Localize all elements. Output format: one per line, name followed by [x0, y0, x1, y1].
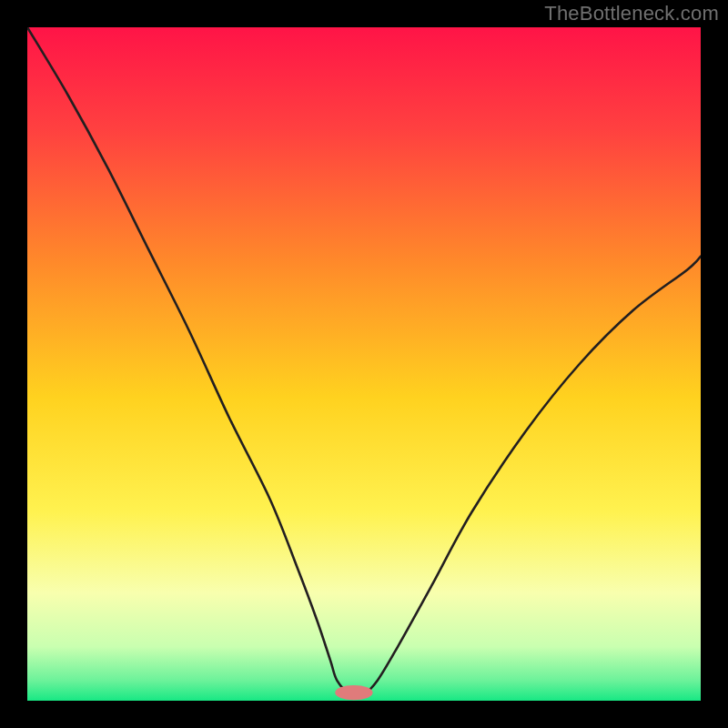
optimal-marker: [335, 685, 372, 700]
watermark-text: TheBottleneck.com: [544, 2, 719, 25]
bottleneck-chart: [27, 27, 701, 701]
plot-area: [27, 27, 701, 701]
gradient-background: [27, 27, 701, 701]
chart-frame: TheBottleneck.com: [0, 0, 728, 728]
